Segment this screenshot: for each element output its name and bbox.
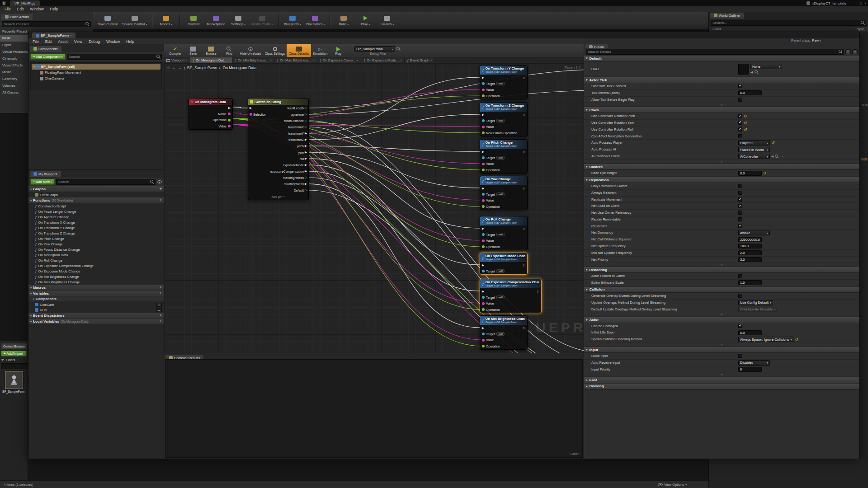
data-pin[interactable]	[482, 89, 485, 91]
data-pin[interactable]	[482, 82, 485, 85]
details-section-rendering[interactable]: ▾Rendering	[584, 267, 859, 273]
value-input[interactable]: 225000000.0	[738, 237, 762, 242]
node-switch-on-string[interactable]: Switch on String▶focalLength▷Selectionap…	[248, 98, 309, 200]
details-section-lod[interactable]: ▸LOD	[584, 377, 859, 383]
visibility-toggle-icon[interactable]	[156, 303, 162, 307]
data-pin[interactable]	[482, 270, 485, 272]
expand-advanced-icon[interactable]: ▾	[584, 373, 859, 377]
details-search-input[interactable]	[586, 50, 839, 54]
section-caret-icon[interactable]: ▾	[30, 314, 32, 317]
close-tab-icon[interactable]: ×	[228, 59, 230, 62]
data-pin[interactable]	[482, 199, 485, 202]
variables-group-components[interactable]: ▾Components	[28, 296, 164, 302]
data-pin[interactable]	[482, 233, 485, 236]
data-pin[interactable]	[228, 119, 231, 122]
graph-tab-on-exposure-mode[interactable]: ƒOn Exposure Mode...×	[361, 57, 405, 63]
column-type[interactable]: Type	[857, 27, 864, 31]
data-pin[interactable]	[482, 126, 485, 128]
data-pin[interactable]	[482, 205, 485, 208]
dropdown[interactable]: Placed in World▾	[738, 147, 770, 152]
exec-out-pin[interactable]: ▷	[523, 76, 525, 80]
debug-object-dropdown[interactable]: BP_SamplePawn ▾	[354, 46, 395, 52]
menu-window[interactable]: Window	[27, 7, 47, 11]
filters-button[interactable]: Filters	[1, 358, 27, 362]
checkbox[interactable]	[738, 217, 742, 221]
bp-toolbar-find-button[interactable]: Find	[220, 44, 238, 57]
section-caret-icon[interactable]: ▾	[586, 178, 588, 182]
list-item-on-min-brightness-change[interactable]: ƒOn Min Brightness Change	[28, 274, 164, 279]
exec-out-pin[interactable]: ▷	[523, 150, 525, 154]
checkbox[interactable]	[738, 184, 742, 188]
exec-in-pin[interactable]: ▶	[482, 113, 484, 117]
section-caret-icon[interactable]: ▾	[30, 320, 32, 323]
dropdown[interactable]: Use Config Default▾	[738, 300, 773, 305]
bp-toolbar-save-button[interactable]: Save	[184, 44, 202, 57]
checkbox[interactable]	[738, 224, 742, 228]
browse-icon[interactable]	[775, 155, 779, 159]
exec-out-pin[interactable]: ▷	[523, 187, 525, 190]
graph-tab-on-max-brightness[interactable]: ƒOn Max Brightness...×	[274, 57, 317, 63]
forward-icon[interactable]: →	[178, 66, 182, 70]
add-icon[interactable]: +	[160, 313, 162, 318]
value-input[interactable]: 0.0	[738, 171, 762, 176]
list-item-hud[interactable]: HUD	[28, 307, 164, 313]
close-tab-icon[interactable]: ×	[70, 34, 72, 37]
use-selected-icon[interactable]: ◀	[750, 70, 753, 74]
details-section-collision[interactable]: ▾Collision	[584, 286, 859, 293]
node-on-exposure-mode-change[interactable]: ƒOn Exposure Mode ChangeTarget is BP Sam…	[480, 253, 528, 275]
bp-toolbar-class-defaults-button[interactable]: Class Defaults	[287, 44, 311, 57]
content-browser-tab[interactable]: Content Browser	[1, 343, 27, 349]
data-pin[interactable]	[482, 169, 485, 171]
breadcrumb-root[interactable]: BP_SamplePawn	[187, 66, 217, 70]
components-tab[interactable]: Components	[30, 46, 61, 52]
section-caret-icon[interactable]: ▸	[586, 385, 588, 388]
node-on-exposure-compensation-change[interactable]: ƒOn Exposure Compensation ChangeTarget i…	[480, 279, 542, 313]
toolbar-cinematics-button[interactable]: Cinematics▾	[304, 13, 326, 28]
bp-toolbar-hide-unrelated-button[interactable]: Hide Unrelated	[238, 44, 263, 57]
toolbar-play-button[interactable]: Play▾	[355, 13, 376, 28]
group-caret-icon[interactable]: ▾	[33, 297, 34, 300]
data-pin[interactable]	[482, 239, 485, 242]
data-pin[interactable]	[482, 163, 485, 165]
clear-icon[interactable]: ×	[781, 155, 783, 158]
details-section-pawn[interactable]: ▾Pawn	[584, 107, 859, 113]
exec-out-pin[interactable]: ▷	[305, 107, 307, 110]
exec-in-pin[interactable]: ▶	[482, 227, 484, 230]
column-label[interactable]: Label	[712, 27, 721, 31]
expand-advanced-icon[interactable]: ▾	[584, 263, 859, 267]
checkbox[interactable]	[738, 211, 742, 215]
data-pin[interactable]	[482, 131, 485, 134]
value-input[interactable]: 0	[738, 367, 762, 372]
data-pin[interactable]	[228, 125, 231, 127]
exec-out-pin[interactable]: ▷	[305, 176, 307, 179]
place-category-media[interactable]: Media	[0, 69, 28, 75]
list-item-on-focus-distance-change[interactable]: ƒOn Focus Distance Change	[28, 247, 164, 252]
graph-tab-on-exposure-comp[interactable]: ƒOn Exposure Comp...×	[317, 57, 361, 63]
components-search-input[interactable]	[67, 55, 156, 59]
section-caret-icon[interactable]: ▾	[30, 199, 32, 202]
myblueprint-section-macros[interactable]: ▾Macros+	[28, 285, 164, 291]
data-pin[interactable]	[482, 339, 485, 342]
dropdown[interactable]: Only Update Movable▾	[738, 307, 777, 312]
node-on-min-brightness-change[interactable]: ƒOn Min Brightness ChangeTarget is BP Sa…	[480, 315, 528, 350]
outliner-search-input[interactable]	[711, 21, 861, 25]
add-pin-row[interactable]: Add pin +	[248, 193, 308, 200]
exec-in-pin[interactable]: ▶	[482, 264, 484, 267]
graph-tab-viewport[interactable]: Viewport×	[164, 57, 190, 63]
data-pin[interactable]	[482, 156, 485, 159]
list-item-on-roll-change[interactable]: ƒOn Roll Change	[28, 258, 164, 263]
details-section-cooking[interactable]: ▸Cooking	[584, 383, 859, 389]
bp-menu-file[interactable]: File	[29, 39, 42, 44]
asset-dropdown[interactable]: None▾	[750, 64, 782, 69]
myblueprint-section-event-dispatchers[interactable]: ▾Event Dispatchers+	[28, 313, 164, 319]
reset-to-default-icon[interactable]: ↺	[771, 141, 775, 145]
exec-out-pin[interactable]: ▷	[305, 126, 307, 129]
exec-in-pin[interactable]: ▶	[482, 150, 484, 154]
bp-toolbar-class-settings-button[interactable]: Class Settings	[263, 44, 287, 57]
add-icon[interactable]: +	[160, 291, 162, 296]
checkbox[interactable]	[738, 204, 742, 208]
node-on-pitch-change[interactable]: ƒOn Pitch ChangeTarget is BP Sample Pawn…	[480, 139, 528, 174]
data-pin[interactable]	[482, 94, 485, 97]
data-pin[interactable]	[482, 119, 485, 122]
add-icon[interactable]: +	[160, 285, 162, 290]
